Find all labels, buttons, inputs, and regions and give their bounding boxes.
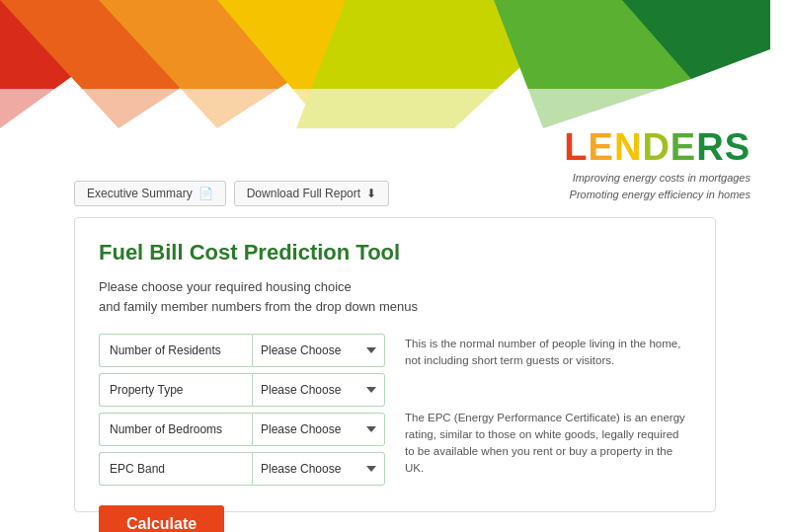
bedrooms-row: Number of Bedrooms Please Choose 1 2 3 4… bbox=[99, 413, 385, 446]
svg-rect-7 bbox=[0, 89, 790, 128]
residents-select[interactable]: Please Choose 1 2 3 4 5+ bbox=[252, 334, 385, 367]
toolbar: Executive Summary 📄 Download Full Report… bbox=[74, 181, 389, 206]
info-text-residents: This is the normal number of people livi… bbox=[405, 336, 691, 370]
download-report-label: Download Full Report bbox=[247, 187, 360, 200]
page-wrapper: LENDERS Improving energy costs in mortga… bbox=[0, 0, 790, 532]
bedrooms-select[interactable]: Please Choose 1 2 3 4 5+ bbox=[252, 413, 385, 446]
executive-summary-button[interactable]: Executive Summary 📄 bbox=[74, 181, 226, 206]
logo-area: LENDERS Improving energy costs in mortga… bbox=[564, 128, 750, 202]
card-title: Fuel Bill Cost Prediction Tool bbox=[99, 240, 691, 266]
property-type-label: Property Type bbox=[99, 373, 252, 407]
epc-band-row: EPC Band Please Choose A B C D E F G bbox=[99, 452, 385, 486]
form-area: Number of Residents Please Choose 1 2 3 … bbox=[99, 334, 691, 532]
logo-tagline: Improving energy costs in mortgages Prom… bbox=[564, 170, 750, 202]
card-subtitle: Please choose your required housing choi… bbox=[99, 277, 691, 316]
property-type-row: Property Type Please Choose Detached Sem… bbox=[99, 373, 385, 407]
header-banner bbox=[0, 0, 790, 128]
download-icon: ⬇ bbox=[366, 187, 376, 200]
calculate-button[interactable]: Calculate bbox=[99, 505, 224, 532]
download-report-button[interactable]: Download Full Report ⬇ bbox=[234, 181, 389, 206]
info-panel: This is the normal number of people livi… bbox=[405, 334, 691, 478]
residents-row: Number of Residents Please Choose 1 2 3 … bbox=[99, 334, 385, 367]
property-type-select[interactable]: Please Choose Detached Semi-Detached Ter… bbox=[252, 373, 385, 407]
bedrooms-label: Number of Bedrooms bbox=[99, 413, 252, 446]
epc-band-label: EPC Band bbox=[99, 452, 252, 486]
document-icon: 📄 bbox=[198, 187, 213, 200]
header-graphic bbox=[0, 0, 790, 128]
info-text-epc: The EPC (Energy Performance Certificate)… bbox=[405, 410, 691, 478]
epc-band-select[interactable]: Please Choose A B C D E F G bbox=[252, 452, 385, 486]
residents-label: Number of Residents bbox=[99, 334, 252, 367]
executive-summary-label: Executive Summary bbox=[87, 187, 193, 200]
form-fields: Number of Residents Please Choose 1 2 3 … bbox=[99, 334, 385, 532]
main-card: Fuel Bill Cost Prediction Tool Please ch… bbox=[74, 217, 716, 512]
logo-text: LENDERS bbox=[564, 128, 750, 166]
